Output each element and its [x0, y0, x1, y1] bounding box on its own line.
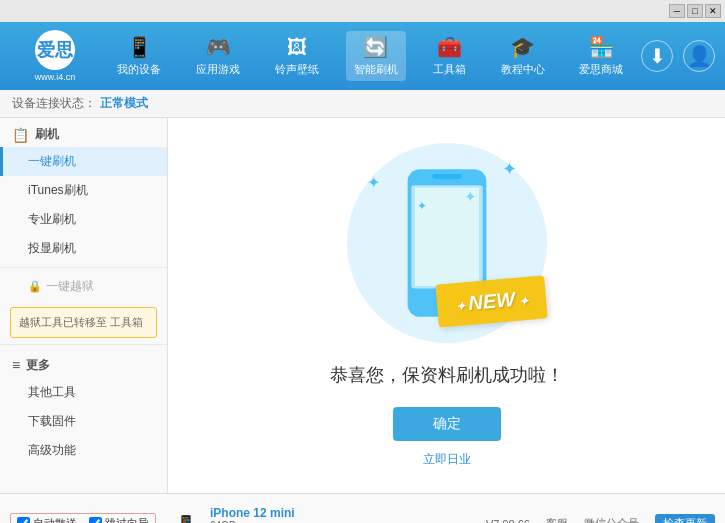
nav-label-apps: 应用游戏 [196, 62, 240, 77]
more-section-icon: ≡ [12, 357, 20, 373]
nav-item-toolbox[interactable]: 🧰 工具箱 [425, 31, 474, 81]
sidebar-divider-1 [0, 267, 167, 268]
sidebar-divider-2 [0, 344, 167, 345]
nav-item-apps[interactable]: 🎮 应用游戏 [188, 31, 248, 81]
device-phone-icon: 📱 [176, 514, 196, 523]
shop-icon: 🏪 [589, 35, 614, 59]
sidebar-section-more: ≡ 更多 [0, 349, 167, 378]
confirm-button[interactable]: 确定 [393, 407, 501, 441]
sparkle-left: ✦ [367, 173, 380, 192]
my-device-icon: 📱 [127, 35, 152, 59]
nav-right-controls: ⬇ 👤 [641, 40, 715, 72]
sidebar-item-itunes[interactable]: iTunes刷机 [0, 176, 167, 205]
sidebar-section-flash: 📋 刷机 [0, 118, 167, 147]
more-section-label: 更多 [26, 357, 50, 374]
nav-item-ringtones[interactable]: 🖼 铃声壁纸 [267, 32, 327, 81]
sidebar-item-advanced[interactable]: 高级功能 [0, 436, 167, 465]
sidebar-item-pro[interactable]: 专业刷机 [0, 205, 167, 234]
status-value: 正常模式 [100, 95, 148, 112]
nav-items: 📱 我的设备 🎮 应用游戏 🖼 铃声壁纸 🔄 智能刷机 🧰 工具箱 🎓 教程中心… [100, 31, 641, 81]
svg-text:✦: ✦ [464, 189, 477, 205]
sidebar: 📋 刷机 一键刷机 iTunes刷机 专业刷机 投显刷机 🔒 一键越狱 越狱工具… [0, 118, 168, 493]
sidebar-warning-text: 越狱工具已转移至 工具箱 [19, 316, 143, 328]
main-area: 📋 刷机 一键刷机 iTunes刷机 专业刷机 投显刷机 🔒 一键越狱 越狱工具… [0, 118, 725, 493]
user-button[interactable]: 👤 [683, 40, 715, 72]
minimize-button[interactable]: ─ [669, 4, 685, 18]
nav-label-shop: 爱思商城 [579, 62, 623, 77]
sidebar-label-firmware: 下载固件 [28, 414, 76, 428]
svg-text:✦: ✦ [417, 199, 427, 213]
download-button[interactable]: ⬇ [641, 40, 673, 72]
flash-section-label: 刷机 [35, 126, 59, 143]
tutorials-icon: 🎓 [510, 35, 535, 59]
sidebar-locked-jailbreak: 🔒 一键越狱 [0, 272, 167, 301]
sidebar-label-itunes: iTunes刷机 [28, 183, 88, 197]
nav-label-ringtones: 铃声壁纸 [275, 62, 319, 77]
flash-section-icon: 📋 [12, 127, 29, 143]
status-label: 设备连接状态： [12, 95, 96, 112]
sidebar-warning-box: 越狱工具已转移至 工具箱 [10, 307, 157, 338]
window-controls: ─ □ ✕ [669, 4, 721, 18]
svg-rect-2 [432, 174, 462, 179]
flash-icon: 🔄 [363, 35, 388, 59]
title-bar: ─ □ ✕ [0, 0, 725, 22]
logo-area: 爱思 www.i4.cn [10, 30, 100, 82]
status-bar: 设备连接状态： 正常模式 [0, 90, 725, 118]
device-info: iPhone 12 mini 64GB Down-12mini-13.1 [210, 506, 295, 524]
success-text: 恭喜您，保资料刷机成功啦！ [330, 363, 564, 387]
nav-item-my-device[interactable]: 📱 我的设备 [109, 31, 169, 81]
bottom-right: V7.98.66 客服 微信公众号 检查更新 [486, 514, 715, 523]
nav-item-tutorials[interactable]: 🎓 教程中心 [493, 31, 553, 81]
auto-send-label: 自动散送 [33, 516, 77, 523]
sparkle-right: ✦ [502, 158, 517, 180]
sidebar-item-firmware[interactable]: 下载固件 [0, 407, 167, 436]
sidebar-label-advanced: 高级功能 [28, 443, 76, 457]
check-update-button[interactable]: 检查更新 [655, 514, 715, 523]
maximize-button[interactable]: □ [687, 4, 703, 18]
logo-subtitle: www.i4.cn [35, 72, 76, 82]
auto-send-checkbox[interactable] [17, 517, 30, 523]
phone-illustration: ✦ ✦ NEW ✦ ✦ [347, 143, 547, 343]
sidebar-locked-label: 一键越狱 [46, 278, 94, 295]
sidebar-label-others: 其他工具 [28, 385, 76, 399]
sidebar-item-onekey[interactable]: 一键刷机 [0, 147, 167, 176]
device-storage: 64GB [210, 520, 295, 524]
ringtones-icon: 🖼 [287, 36, 307, 59]
sidebar-label-onekey: 一键刷机 [28, 154, 76, 168]
sidebar-label-display: 投显刷机 [28, 241, 76, 255]
header: 爱思 www.i4.cn 📱 我的设备 🎮 应用游戏 🖼 铃声壁纸 🔄 智能刷机… [0, 22, 725, 90]
logo-icon: 爱思 [35, 30, 75, 70]
customer-service-link[interactable]: 客服 [546, 516, 568, 523]
wechat-link[interactable]: 微信公众号 [584, 516, 639, 523]
lock-icon: 🔒 [28, 280, 42, 293]
auto-send-checkbox-label[interactable]: 自动散送 [17, 516, 77, 523]
nav-label-toolbox: 工具箱 [433, 62, 466, 77]
apps-icon: 🎮 [206, 35, 231, 59]
nav-label-my-device: 我的设备 [117, 62, 161, 77]
nav-item-shop[interactable]: 🏪 爱思商城 [571, 31, 631, 81]
skip-wizard-label: 跳过向导 [105, 516, 149, 523]
nav-label-flash: 智能刷机 [354, 62, 398, 77]
new-badge: NEW [435, 275, 548, 327]
nav-item-flash[interactable]: 🔄 智能刷机 [346, 31, 406, 81]
sidebar-item-others[interactable]: 其他工具 [0, 378, 167, 407]
device-icon-area: 📱 iPhone 12 mini 64GB Down-12mini-13.1 [166, 500, 305, 524]
app-version: V7.98.66 [486, 518, 530, 524]
sidebar-label-pro: 专业刷机 [28, 212, 76, 226]
skip-wizard-checkbox-label[interactable]: 跳过向导 [89, 516, 149, 523]
sidebar-item-display[interactable]: 投显刷机 [0, 234, 167, 263]
bottom-checkbox-area: 自动散送 跳过向导 [10, 513, 156, 523]
skip-wizard-checkbox[interactable] [89, 517, 102, 523]
close-button[interactable]: ✕ [705, 4, 721, 18]
reboot-link[interactable]: 立即日业 [423, 451, 471, 468]
toolbox-icon: 🧰 [437, 35, 462, 59]
content-area: ✦ ✦ NEW ✦ ✦ 恭喜您，保资料刷机成功啦！ 确定 立即日业 [168, 118, 725, 493]
device-name: iPhone 12 mini [210, 506, 295, 520]
nav-label-tutorials: 教程中心 [501, 62, 545, 77]
